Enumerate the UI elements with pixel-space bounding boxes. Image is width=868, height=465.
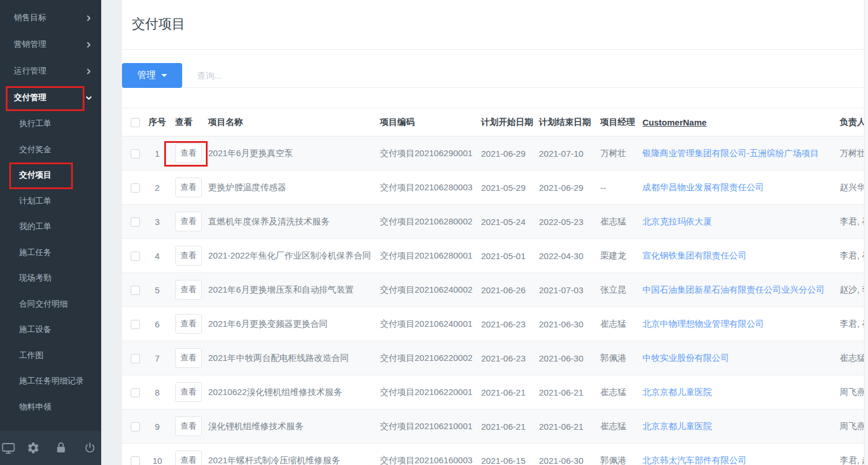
sidebar-subitem-合同交付明细[interactable]: 合同交付明细 [0, 291, 101, 318]
row-checkbox[interactable] [131, 217, 140, 227]
settings-gear-icon[interactable] [27, 441, 40, 455]
customer-link[interactable]: 北京韩太汽车部件有限公司 [642, 455, 747, 465]
plan-end-date: 2021-06-21 [535, 375, 596, 409]
table-row: 4查看2021-2022年焦化厂作业区制冷机保养合同交付项目2021062800… [122, 239, 868, 273]
sidebar-item-销售目标[interactable]: 销售目标 [0, 5, 101, 31]
main-content: 交付项目 管理 序号查看项目名称项目编码计划开始日期计划结束日期项目经理Cust… [101, 0, 868, 465]
owner: 李君, 崔志猛 [834, 239, 868, 273]
scrollbar[interactable] [864, 0, 868, 465]
plan-start-date: 2021-06-21 [477, 375, 535, 409]
view-button[interactable]: 查看 [175, 280, 202, 300]
view-button[interactable]: 查看 [175, 143, 202, 163]
page-title: 交付项目 [132, 15, 868, 33]
sidebar-item-运行管理[interactable]: 运行管理 [0, 58, 101, 84]
sidebar-subitem-施工设备[interactable]: 施工设备 [0, 317, 101, 343]
sidebar-subitem-施工任务明细记录[interactable]: 施工任务明细记录 [0, 368, 101, 394]
row-checkbox[interactable] [131, 422, 140, 431]
sidebar-subitem-物料申领[interactable]: 物料申领 [0, 394, 101, 420]
owner: 崔志猛, [834, 341, 868, 375]
customer-link[interactable]: 北京京都儿童医院 [642, 387, 712, 397]
sidebar-footer [0, 431, 101, 465]
customer-link[interactable]: 中牧实业股份有限公司 [642, 353, 729, 363]
row-number: 1 [145, 136, 170, 171]
manage-dropdown-button[interactable]: 管理 [122, 63, 182, 88]
row-number: 2 [145, 171, 170, 205]
project-name: 2021年中牧两台配电柜线路改造合同 [204, 341, 376, 375]
view-button[interactable]: 查看 [175, 246, 202, 265]
plan-end-date: 2021-06-29 [535, 171, 596, 205]
project-code: 交付项目202106280003 [376, 171, 477, 205]
view-button[interactable]: 查看 [175, 416, 202, 436]
sidebar-subitem-现场考勤[interactable]: 现场考勤 [0, 265, 101, 291]
customer-link[interactable]: 中国石油集团新星石油有限责任公司业兴分公司 [642, 285, 825, 294]
row-checkbox[interactable] [131, 456, 140, 465]
project-manager: 栗建龙 [596, 239, 638, 273]
customer-link[interactable]: 成都华昌物业发展有限责任公司 [642, 182, 764, 192]
project-code: 交付项目202106290001 [376, 136, 477, 171]
plan-end-date: 2021-06-21 [535, 409, 596, 444]
column-header-CustomerName[interactable]: CustomerName [638, 108, 834, 136]
content-card: 交付项目 管理 序号查看项目名称项目编码计划开始日期计划结束日期项目经理Cust… [122, 0, 868, 465]
view-button[interactable]: 查看 [175, 382, 202, 402]
owner: 李君, 崔志猛 [834, 205, 868, 239]
customer-link[interactable]: 宣化钢铁集团有限责任公司 [642, 250, 747, 260]
view-button[interactable]: 查看 [175, 451, 202, 465]
project-code: 交付项目202106240002 [376, 273, 477, 307]
customer-link[interactable]: 北京中物理想物业管理有限公司 [642, 319, 764, 329]
row-checkbox[interactable] [131, 354, 140, 363]
sidebar-subitem-我的工单[interactable]: 我的工单 [0, 214, 101, 240]
plan-end-date: 2021-06-30 [535, 341, 596, 375]
plan-end-date: 2021-06-30 [535, 307, 596, 341]
customer-link[interactable]: 北京克拉玛依大厦 [642, 216, 712, 226]
customer-link[interactable]: 银隆商业管理集团有限公司-五洲缤纷广场项目 [642, 148, 819, 158]
lock-icon[interactable] [54, 441, 68, 455]
table-row: 6查看2021年6月更换变频器更换合同交付项目2021062400012021-… [122, 307, 868, 341]
column-header-计划开始日期: 计划开始日期 [477, 108, 535, 136]
project-manager: 郭佩港 [596, 341, 638, 375]
sidebar-subitem-执行工单[interactable]: 执行工单 [0, 111, 101, 137]
project-code: 交付项目202106160003 [376, 444, 477, 465]
search-input[interactable] [182, 63, 868, 88]
view-button[interactable]: 查看 [175, 348, 202, 368]
plan-end-date: 2021-06-30 [535, 444, 596, 465]
plan-start-date: 2021-06-29 [477, 136, 535, 171]
table-header-row: 序号查看项目名称项目编码计划开始日期计划结束日期项目经理CustomerName… [122, 108, 868, 136]
project-code: 交付项目202106220001 [376, 375, 477, 409]
row-checkbox[interactable] [131, 388, 140, 397]
row-checkbox[interactable] [131, 252, 140, 261]
column-header-序号: 序号 [145, 108, 170, 136]
sidebar-item-label: 运行管理 [14, 66, 46, 76]
plan-start-date: 2021-06-21 [477, 409, 535, 444]
table-row: 5查看2021年6月更换增压泵和自动排气装置交付项目20210624000220… [122, 273, 868, 307]
display-icon[interactable] [1, 441, 16, 455]
plan-start-date: 2021-06-23 [477, 307, 535, 341]
view-button[interactable]: 查看 [175, 178, 202, 197]
row-checkbox[interactable] [131, 149, 140, 158]
table-row: 9查看溴化锂机组维修技术服务交付项目2021062100012021-06-21… [122, 409, 868, 444]
sidebar-item-交付管理[interactable]: 交付管理 [0, 84, 101, 111]
row-checkbox[interactable] [131, 320, 140, 329]
owner: 赵兴华, [834, 171, 868, 205]
row-number: 7 [145, 341, 170, 375]
select-all-checkbox[interactable] [131, 118, 140, 127]
sidebar-nav-sub: 执行工单交付奖金交付项目计划工单我的工单施工任务现场考勤合同交付明细施工设备工作… [0, 111, 101, 420]
project-code: 交付项目202106240001 [376, 307, 477, 341]
project-code: 交付项目202106280001 [376, 239, 477, 273]
sidebar-subitem-交付奖金[interactable]: 交付奖金 [0, 137, 101, 163]
customer-link[interactable]: 北京京都儿童医院 [642, 421, 712, 431]
sidebar-item-营销管理[interactable]: 营销管理 [0, 31, 101, 58]
table-body: 1查看2021年6月更换真空泵交付项目2021062900012021-06-2… [122, 136, 868, 465]
row-checkbox[interactable] [131, 286, 140, 295]
view-button[interactable]: 查看 [175, 314, 202, 334]
column-header-查看: 查看 [170, 108, 204, 136]
table-row: 3查看直燃机年度保养及清洗技术服务交付项目2021062800022021-05… [122, 205, 868, 239]
sidebar-subitem-交付项目[interactable]: 交付项目 [0, 163, 101, 189]
sidebar-subitem-施工任务[interactable]: 施工任务 [0, 240, 101, 266]
power-icon[interactable] [83, 441, 97, 455]
sidebar-subitem-工作图[interactable]: 工作图 [0, 343, 101, 369]
view-button[interactable]: 查看 [175, 212, 202, 231]
row-checkbox[interactable] [131, 183, 140, 193]
sidebar-subitem-计划工单[interactable]: 计划工单 [0, 189, 101, 215]
projects-table: 序号查看项目名称项目编码计划开始日期计划结束日期项目经理CustomerName… [122, 108, 868, 465]
row-number: 5 [145, 273, 170, 307]
